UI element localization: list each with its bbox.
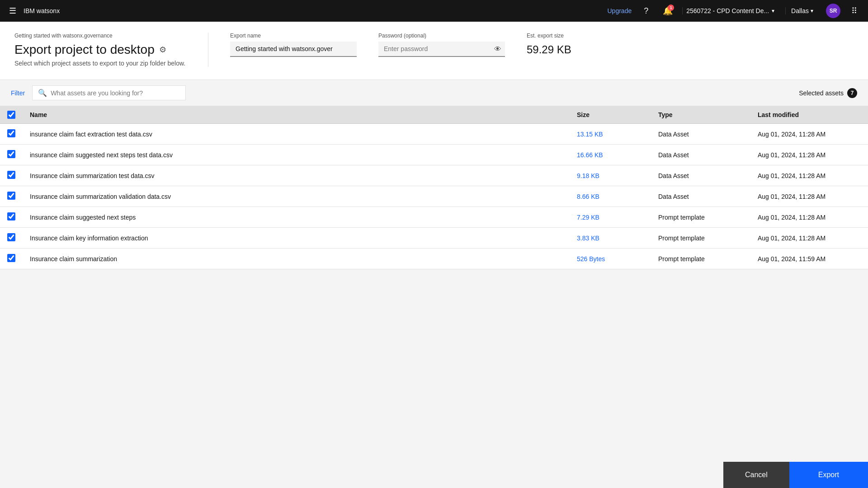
table-row: Insurance claim summarization test data.… <box>0 165 868 186</box>
row-size: 7.29 KB <box>570 207 651 228</box>
row-name: Insurance claim summarization validation… <box>23 186 570 207</box>
row-checkbox[interactable] <box>7 129 15 137</box>
row-size: 13.15 KB <box>570 124 651 145</box>
row-size: 526 Bytes <box>570 249 651 269</box>
help-icon: ? <box>644 6 648 16</box>
table-body: insurance claim fact extraction test dat… <box>0 124 868 269</box>
table-row: insurance claim fact extraction test dat… <box>0 124 868 145</box>
region-name: Dallas <box>791 7 809 14</box>
search-box: 🔍 <box>32 85 186 100</box>
page-subtitle: Select which project assets to export to… <box>14 60 186 67</box>
search-input[interactable] <box>51 89 180 97</box>
row-checkbox[interactable] <box>7 254 15 262</box>
password-input[interactable] <box>378 42 505 57</box>
last-modified-column-header: Last modified <box>750 106 868 124</box>
row-type: Prompt template <box>651 228 750 249</box>
export-name-label: Export name <box>230 33 357 39</box>
row-checkbox-cell <box>0 145 23 165</box>
row-checkbox-cell <box>0 124 23 145</box>
filter-button[interactable]: Filter <box>11 89 25 97</box>
page-header: Getting started with watsonx.governance … <box>0 22 868 80</box>
row-type: Data Asset <box>651 145 750 165</box>
export-size-value: 59.29 KB <box>527 43 571 56</box>
row-type: Data Asset <box>651 124 750 145</box>
project-name: 2560722 - CPD Content De... <box>686 7 769 14</box>
row-last-modified: Aug 01, 2024, 11:28 AM <box>750 145 868 165</box>
row-last-modified: Aug 01, 2024, 11:28 AM <box>750 165 868 186</box>
row-checkbox-cell <box>0 165 23 186</box>
row-checkbox[interactable] <box>7 192 15 200</box>
eye-icon: 👁 <box>494 45 501 53</box>
table-row: Insurance claim summarization validation… <box>0 186 868 207</box>
type-column-header: Type <box>651 106 750 124</box>
hamburger-menu[interactable]: ☰ <box>7 6 18 16</box>
name-column-header: Name <box>23 106 570 124</box>
size-column-header: Size <box>570 106 651 124</box>
row-type: Data Asset <box>651 186 750 207</box>
table-row: insurance claim suggested next steps tes… <box>0 145 868 165</box>
row-last-modified: Aug 01, 2024, 11:28 AM <box>750 124 868 145</box>
row-name: insurance claim suggested next steps tes… <box>23 145 570 165</box>
export-size-label: Est. export size <box>527 33 571 39</box>
notification-badge: 1 <box>668 5 674 11</box>
row-checkbox-cell <box>0 249 23 269</box>
row-name: Insurance claim summarization test data.… <box>23 165 570 186</box>
password-field: Password (optional) 👁 <box>378 33 505 57</box>
table-row: Insurance claim summarization 526 Bytes … <box>0 249 868 269</box>
selected-count-badge: 7 <box>847 88 857 98</box>
selected-assets-badge: Selected assets 7 <box>799 88 857 98</box>
password-label: Password (optional) <box>378 33 505 39</box>
notifications-button[interactable]: 🔔 1 <box>660 4 675 18</box>
top-navigation: ☰ IBM IBM watsonxwatsonx Upgrade ? 🔔 1 2… <box>0 0 868 22</box>
user-avatar[interactable]: SR <box>826 4 840 18</box>
apps-switcher[interactable]: ⠿ <box>848 6 861 16</box>
row-last-modified: Aug 01, 2024, 11:59 AM <box>750 249 868 269</box>
upgrade-link[interactable]: Upgrade <box>608 7 632 14</box>
row-name: Insurance claim summarization <box>23 249 570 269</box>
row-checkbox-cell <box>0 228 23 249</box>
show-password-button[interactable]: 👁 <box>494 45 501 53</box>
divider <box>208 33 208 67</box>
chevron-down-icon: ▾ <box>772 8 774 14</box>
export-name-input[interactable] <box>230 42 357 57</box>
row-checkbox[interactable] <box>7 150 15 158</box>
export-name-field: Export name <box>230 33 357 57</box>
row-type: Data Asset <box>651 165 750 186</box>
row-size: 8.66 KB <box>570 186 651 207</box>
selected-assets-label: Selected assets <box>799 89 844 97</box>
brand-name: IBM IBM watsonxwatsonx <box>24 7 60 14</box>
region-selector[interactable]: Dallas ▾ <box>785 7 819 14</box>
asset-section: Filter 🔍 Selected assets 7 Name Size Typ… <box>0 80 868 269</box>
row-last-modified: Aug 01, 2024, 11:28 AM <box>750 186 868 207</box>
row-size: 16.66 KB <box>570 145 651 165</box>
settings-icon[interactable]: ⚙ <box>159 45 166 55</box>
help-button[interactable]: ? <box>639 4 653 18</box>
row-checkbox[interactable] <box>7 233 15 241</box>
page-title: Export project to desktop <box>14 42 155 57</box>
row-size: 3.83 KB <box>570 228 651 249</box>
asset-toolbar: Filter 🔍 Selected assets 7 <box>0 80 868 106</box>
project-selector[interactable]: 2560722 - CPD Content De... ▾ <box>682 7 778 14</box>
search-icon: 🔍 <box>38 89 47 97</box>
password-wrapper: 👁 <box>378 42 505 57</box>
row-name: insurance claim fact extraction test dat… <box>23 124 570 145</box>
row-type: Prompt template <box>651 249 750 269</box>
row-name: Insurance claim suggested next steps <box>23 207 570 228</box>
select-all-header <box>0 106 23 124</box>
row-last-modified: Aug 01, 2024, 11:28 AM <box>750 207 868 228</box>
row-last-modified: Aug 01, 2024, 11:28 AM <box>750 228 868 249</box>
chevron-down-icon: ▾ <box>811 8 813 14</box>
breadcrumb: Getting started with watsonx.governance <box>14 33 186 39</box>
select-all-checkbox[interactable] <box>7 111 15 119</box>
table-header-row: Name Size Type Last modified <box>0 106 868 124</box>
table-row: Insurance claim suggested next steps 7.2… <box>0 207 868 228</box>
row-checkbox[interactable] <box>7 171 15 179</box>
row-name: Insurance claim key information extracti… <box>23 228 570 249</box>
row-checkbox-cell <box>0 186 23 207</box>
row-checkbox-cell <box>0 207 23 228</box>
export-size-group: Est. export size 59.29 KB <box>527 33 571 56</box>
table-row: Insurance claim key information extracti… <box>0 228 868 249</box>
assets-table: Name Size Type Last modified insurance c… <box>0 106 868 269</box>
row-size: 9.18 KB <box>570 165 651 186</box>
row-checkbox[interactable] <box>7 212 15 221</box>
